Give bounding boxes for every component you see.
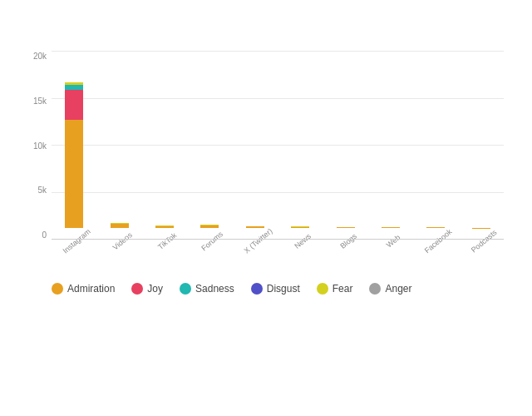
- bar-group: Instagram: [52, 82, 96, 240]
- bar-stack: [291, 226, 309, 228]
- bar-group: Web: [368, 227, 413, 240]
- bar-group: Videos: [96, 223, 141, 240]
- bar-segment-admiration: [246, 226, 264, 228]
- bar-group: Blogs: [323, 227, 367, 240]
- bar-stack: [426, 227, 445, 228]
- legend-label: Anger: [385, 283, 411, 295]
- legend-label: Sadness: [195, 283, 234, 295]
- x-axis-label: Videos: [106, 227, 137, 255]
- legend-color-dot: [52, 283, 63, 295]
- y-axis-label: 0: [42, 230, 47, 240]
- bar-segment-joy: [65, 90, 83, 120]
- x-axis-label: News: [288, 227, 318, 255]
- legend-label: Joy: [147, 283, 163, 295]
- bar-segment-admiration: [291, 227, 309, 228]
- legend-label: Fear: [332, 283, 353, 295]
- y-axis-label: 10k: [33, 141, 47, 151]
- legend-item: Disgust: [251, 283, 300, 295]
- x-axis-label: X (Twitter): [243, 227, 273, 255]
- x-axis-label: Blogs: [332, 227, 363, 255]
- legend-item: Fear: [317, 283, 353, 295]
- bar-group: Facebook: [413, 227, 458, 240]
- x-axis-label: Facebook: [423, 227, 454, 255]
- bar-group: News: [278, 226, 323, 240]
- bar-segment-admiration: [337, 227, 355, 228]
- legend-item: Anger: [369, 283, 411, 295]
- bar-group: TikTok: [142, 225, 187, 240]
- legend-item: Admiration: [52, 283, 115, 295]
- legend-color-dot: [251, 283, 263, 295]
- chart-area: InstagramVideosTikTokForumsX (Twitter)Ne…: [52, 52, 504, 240]
- x-axis-label: Forums: [197, 227, 228, 255]
- bar-group: Podcasts: [459, 228, 504, 240]
- bar-stack: [200, 225, 219, 228]
- y-axis-label: 15k: [33, 97, 47, 106]
- legend-color-dot: [317, 283, 328, 295]
- x-axis-label: Web: [378, 227, 409, 255]
- bar-segment-admiration: [155, 226, 174, 228]
- bar-stack: [246, 226, 264, 228]
- legend: AdmirationJoySadnessDisgustFearAnger: [20, 283, 512, 295]
- x-axis-label: Instagram: [62, 227, 92, 255]
- legend-label: Admiration: [67, 283, 115, 295]
- legend-color-dot: [369, 283, 381, 295]
- bar-stack: [337, 227, 355, 228]
- bar-segment-admiration: [426, 227, 445, 228]
- legend-item: Sadness: [180, 283, 234, 295]
- y-axis-label: 5k: [37, 186, 47, 195]
- bar-segment-admiration: [382, 227, 400, 228]
- bar-stack: [155, 225, 174, 228]
- bar-stack: [65, 82, 83, 228]
- bar-stack: [111, 223, 129, 228]
- bar-group: Forums: [187, 225, 232, 240]
- y-axis-label: 20k: [33, 52, 47, 61]
- bar-stack: [382, 227, 400, 228]
- bar-segment-admiration: [65, 120, 83, 228]
- legend-label: Disgust: [267, 283, 300, 295]
- x-axis-label: Podcasts: [469, 227, 500, 255]
- bar-segment-admiration: [111, 224, 129, 228]
- legend-color-dot: [180, 283, 191, 295]
- bar-segment-admiration: [200, 225, 219, 228]
- legend-item: Joy: [131, 283, 163, 295]
- bar-group: X (Twitter): [233, 226, 278, 240]
- x-axis-line: [52, 239, 504, 240]
- legend-color-dot: [131, 283, 143, 295]
- y-axis: 20k15k10k5k0: [20, 52, 52, 240]
- chart-container: 20k15k10k5k0 InstagramVideosTikTokForums…: [20, 32, 512, 273]
- x-axis-label: TikTok: [152, 227, 183, 255]
